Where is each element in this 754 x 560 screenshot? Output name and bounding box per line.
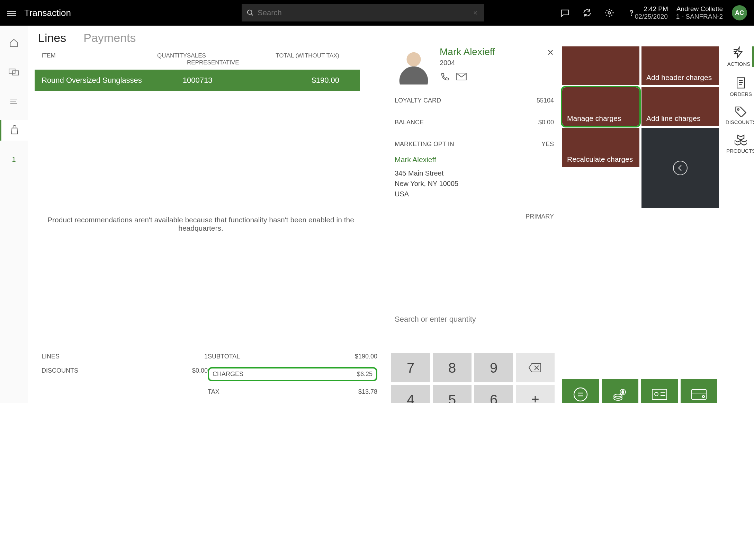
gear-icon[interactable] — [604, 8, 614, 18]
top-icon-row — [560, 8, 636, 18]
numpad-backspace[interactable] — [516, 353, 555, 382]
line-row[interactable]: Round Oversized Sunglasses 1 000713 $190… — [35, 70, 360, 91]
subtotal-label: SUBTOTAL — [208, 353, 240, 360]
customer-name[interactable]: Mark Alexieff — [440, 46, 495, 57]
loyalty-label: LOYALTY CARD — [395, 97, 441, 104]
tag-icon — [735, 106, 747, 117]
tile-recalculate-charges[interactable]: Recalculate charges — [562, 128, 639, 167]
boxes-icon — [735, 134, 747, 146]
rail-bag-icon[interactable] — [0, 120, 28, 141]
balance-val: $0.00 — [538, 119, 554, 126]
numpad-6[interactable]: 6 — [474, 385, 513, 403]
svg-rect-4 — [9, 69, 15, 73]
svg-rect-9 — [457, 73, 466, 80]
tax-val: $13.78 — [358, 388, 377, 395]
action-tile-grid: Add header charges Manage charges Add li… — [562, 46, 719, 208]
pay-cash-button[interactable]: $ — [602, 379, 638, 403]
coins-icon: $ — [612, 388, 628, 401]
tile-manage-charges[interactable]: Manage charges — [562, 87, 639, 126]
rail-home-icon[interactable] — [0, 33, 28, 53]
svg-point-2 — [608, 12, 611, 14]
rail-cart-count[interactable]: 1 — [0, 149, 28, 170]
back-arrow-icon — [673, 160, 688, 176]
side-actions-actions[interactable]: ACTIONS — [727, 46, 754, 67]
backspace-icon — [528, 363, 542, 373]
line-salesrep: 000713 — [187, 76, 256, 85]
customer-addr-line1: 345 Main Street — [395, 168, 554, 178]
customer-link[interactable]: Mark Alexieff — [395, 155, 554, 164]
side-actions-products[interactable]: PRODUCTS — [726, 134, 754, 154]
charges-label: CHARGES — [213, 371, 243, 378]
side-action-rail: ACTIONS ORDERS DISCOUNTS PRODUCTS — [724, 46, 754, 154]
equals-icon — [573, 387, 588, 402]
side-action-label: ORDERS — [730, 91, 752, 97]
charges-highlight: CHARGES $6.25 — [208, 367, 377, 381]
chat-icon[interactable] — [560, 8, 570, 18]
tile-back[interactable] — [641, 128, 719, 208]
main-tabs: Lines Payments — [38, 31, 744, 45]
marketing-label: MARKETING OPT IN — [395, 141, 454, 148]
customer-primary-badge: PRIMARY — [395, 213, 554, 220]
lines-header-row: ITEM QUANTITY SALES REPRESENTATIVE TOTAL… — [35, 49, 360, 70]
tile-blank-1[interactable] — [562, 46, 639, 85]
rail-cart-count-value: 1 — [12, 155, 16, 163]
pay-card-button[interactable] — [641, 379, 678, 403]
customer-id: 2004 — [440, 59, 495, 67]
svg-text:$: $ — [622, 390, 624, 394]
global-search[interactable]: × — [242, 4, 484, 21]
svg-point-10 — [673, 161, 687, 175]
charges-val: $6.25 — [357, 371, 372, 378]
numpad-5[interactable]: 5 — [433, 385, 472, 403]
global-search-input[interactable] — [258, 8, 479, 17]
menu-icon[interactable] — [7, 10, 16, 16]
refresh-icon[interactable] — [582, 8, 592, 18]
totals-discounts-label: DISCOUNTS — [42, 367, 78, 374]
header-register: 1 - SANFRAN-2 — [676, 13, 723, 20]
numpad-4[interactable]: 4 — [391, 385, 430, 403]
totals-lines-label: LINES — [42, 353, 60, 360]
col-qty: QUANTITY — [142, 52, 187, 66]
line-qty: 1 — [142, 76, 187, 85]
numpad-8[interactable]: 8 — [433, 353, 472, 382]
rail-drawer-icon[interactable] — [0, 62, 28, 82]
col-salesrep: SALES REPRESENTATIVE — [187, 52, 256, 66]
credit-card-icon — [691, 389, 707, 400]
avatar[interactable]: AC — [732, 5, 747, 20]
line-item-name: Round Oversized Sunglasses — [42, 76, 142, 85]
svg-line-1 — [251, 14, 253, 16]
numpad-7[interactable]: 7 — [391, 353, 430, 382]
tab-payments[interactable]: Payments — [83, 31, 136, 45]
payments-val: $0.00 — [362, 402, 377, 403]
tab-lines[interactable]: Lines — [38, 31, 66, 45]
phone-icon[interactable] — [440, 72, 449, 82]
svg-rect-5 — [12, 71, 19, 75]
svg-point-15 — [738, 109, 739, 110]
side-action-label: DISCOUNTS — [726, 119, 754, 125]
header-user: Andrew Collette — [676, 5, 723, 13]
side-action-label: PRODUCTS — [726, 148, 754, 154]
pay-exact-button[interactable] — [562, 379, 599, 403]
close-icon[interactable]: ✕ — [547, 48, 554, 57]
id-card-icon — [652, 389, 667, 400]
totals-discounts-val: $0.00 — [192, 367, 208, 374]
tax-label: TAX — [208, 388, 219, 395]
svg-rect-29 — [692, 390, 706, 399]
search-icon — [246, 9, 254, 17]
rail-list-icon[interactable] — [0, 91, 28, 112]
marketing-val: YES — [541, 141, 554, 148]
payments-label: PAYMENTS — [208, 402, 241, 403]
col-total: TOTAL (WITHOUT TAX) — [256, 52, 339, 66]
search-clear-icon[interactable]: × — [469, 7, 481, 19]
numpad-plusminus[interactable]: ± — [516, 385, 555, 403]
side-actions-discounts[interactable]: DISCOUNTS — [726, 106, 754, 125]
mail-icon[interactable] — [456, 72, 467, 81]
pay-credit-button[interactable] — [681, 379, 717, 403]
line-total: $190.00 — [256, 76, 339, 85]
orders-icon — [735, 76, 747, 89]
qty-search-placeholder[interactable]: Search or enter quantity — [395, 315, 476, 324]
tile-add-header-charges[interactable]: Add header charges — [641, 46, 719, 85]
numpad-9[interactable]: 9 — [474, 353, 513, 382]
customer-addr-line2: New York, NY 10005 — [395, 178, 554, 189]
tile-add-line-charges[interactable]: Add line charges — [641, 87, 719, 126]
side-actions-orders[interactable]: ORDERS — [730, 76, 752, 97]
